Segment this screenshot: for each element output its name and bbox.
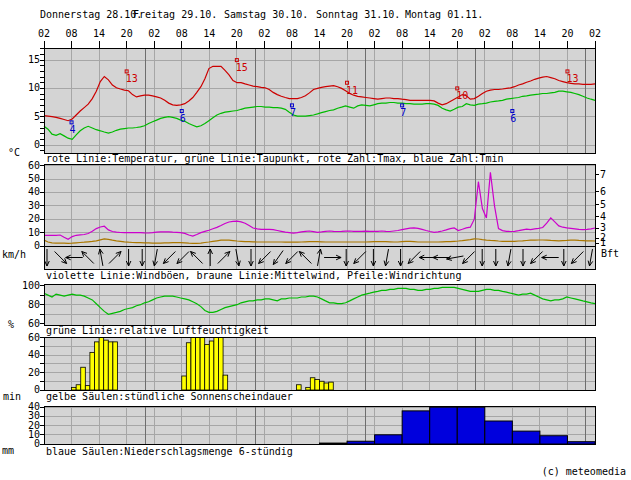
sunshine-bar bbox=[90, 352, 95, 390]
time-tick-label-0: 02 bbox=[34, 29, 54, 39]
time-tick-label-1: 08 bbox=[62, 29, 82, 39]
sunshine-bar bbox=[324, 383, 329, 390]
time-tick-label-14: 14 bbox=[420, 29, 440, 39]
sunshine-bar bbox=[113, 342, 118, 390]
tmin-value: 6 bbox=[180, 114, 186, 124]
time-tick-label-18: 14 bbox=[530, 29, 550, 39]
tmax-value: 13 bbox=[566, 74, 578, 84]
sunshine-unit-label: min bbox=[3, 392, 21, 402]
wind-ytick: 40 bbox=[14, 187, 40, 197]
wind-ytick: 20 bbox=[14, 214, 40, 224]
sunshine-ytick: 60 bbox=[14, 333, 40, 343]
day-label-0: Donnerstag 28.10. bbox=[40, 10, 142, 20]
sunshine-bar bbox=[315, 380, 320, 391]
copyright-text: (c) meteomedia bbox=[542, 466, 626, 477]
tmin-value: 6 bbox=[510, 114, 516, 124]
time-tick-label-17: 08 bbox=[502, 29, 522, 39]
temperature-ytick: 5 bbox=[14, 112, 40, 122]
day-label-1: Freitag 29.10. bbox=[133, 10, 217, 20]
time-tick-label-20: 02 bbox=[585, 29, 605, 39]
time-tick-label-7: 20 bbox=[227, 29, 247, 39]
sunshine-bar bbox=[209, 341, 214, 390]
sunshine-bar bbox=[218, 338, 223, 391]
sunshine-ytick: 40 bbox=[14, 350, 40, 360]
sunshine-bar bbox=[205, 345, 210, 391]
sunshine-bar bbox=[85, 386, 90, 390]
sunshine-bar bbox=[200, 338, 205, 391]
meteogram-page: 131511101346776Donnerstag 28.10.Freitag … bbox=[0, 0, 631, 480]
precipitation-bar bbox=[375, 435, 403, 444]
sunshine-ytick: 20 bbox=[14, 368, 40, 378]
tmin-value: 7 bbox=[290, 108, 296, 118]
sunshine-bar bbox=[99, 338, 104, 391]
time-tick-label-19: 20 bbox=[557, 29, 577, 39]
sunshine-bar bbox=[76, 385, 81, 390]
wind-ytick: 30 bbox=[14, 201, 40, 211]
sunshine-bar bbox=[104, 340, 109, 390]
day-label-4: Montag 01.11. bbox=[405, 10, 483, 20]
tmin-value: 4 bbox=[70, 125, 76, 135]
tmax-value: 11 bbox=[346, 86, 358, 96]
precipitation-bar bbox=[430, 407, 458, 444]
sunshine-bar bbox=[186, 343, 191, 390]
precipitation-caption: blaue Säulen:Niederschlagsmenge 6-stündi… bbox=[46, 447, 293, 457]
sunshine-bar bbox=[108, 342, 113, 390]
time-tick-label-10: 14 bbox=[310, 29, 330, 39]
time-tick-label-9: 08 bbox=[282, 29, 302, 39]
sunshine-caption: gelbe Säulen:stündliche Sonnenscheindaue… bbox=[46, 392, 293, 402]
humidity-caption: grüne Linie:relative Luftfeuchtigkeit bbox=[46, 326, 269, 336]
sunshine-bar bbox=[81, 367, 86, 390]
sunshine-bar bbox=[320, 381, 325, 390]
wind-ytick: 10 bbox=[14, 228, 40, 238]
time-tick-label-15: 20 bbox=[447, 29, 467, 39]
time-tick-label-4: 02 bbox=[144, 29, 164, 39]
precipitation-bar bbox=[347, 441, 375, 444]
bft-tick: 6 bbox=[600, 187, 606, 197]
wind-unit-left-label: km/h bbox=[2, 250, 26, 260]
sunshine-bar bbox=[297, 385, 302, 390]
day-label-2: Samstag 30.10. bbox=[224, 10, 308, 20]
temperature-ytick: 15 bbox=[14, 55, 40, 65]
day-label-3: Sonntag 31.10. bbox=[316, 10, 400, 20]
sunshine-bar bbox=[196, 338, 201, 391]
precipitation-unit-label: mm bbox=[2, 446, 14, 456]
time-tick-label-6: 14 bbox=[199, 29, 219, 39]
temperature-unit-label: °C bbox=[8, 148, 20, 158]
precipitation-bar bbox=[457, 407, 485, 444]
time-tick-label-13: 08 bbox=[392, 29, 412, 39]
bft-tick: 7 bbox=[600, 170, 606, 180]
tmin-value: 7 bbox=[400, 108, 406, 118]
precipitation-bar bbox=[402, 411, 430, 444]
sunshine-bar bbox=[191, 338, 196, 391]
time-tick-label-12: 02 bbox=[365, 29, 385, 39]
bft-tick: 5 bbox=[600, 200, 606, 210]
precipitation-bar bbox=[567, 442, 595, 444]
precipitation-bar bbox=[512, 431, 540, 444]
time-tick-label-8: 02 bbox=[254, 29, 274, 39]
wind-ytick: 50 bbox=[14, 174, 40, 184]
wind-caption: violette Linie:Windböen, braune Linie:Mi… bbox=[46, 271, 461, 281]
sunshine-bar bbox=[223, 375, 228, 390]
sunshine-bar bbox=[182, 376, 187, 390]
sunshine-bar bbox=[310, 378, 315, 390]
chart-canvas bbox=[0, 0, 631, 480]
sunshine-bar bbox=[95, 342, 100, 390]
humidity-ytick: 80 bbox=[14, 300, 40, 310]
temperature-caption: rote Linie:Temperatur, grüne Linie:Taupu… bbox=[46, 154, 504, 164]
precipitation-bar bbox=[540, 436, 568, 444]
time-tick-label-16: 02 bbox=[475, 29, 495, 39]
humidity-ytick: 60 bbox=[14, 319, 40, 329]
wind-ytick: 60 bbox=[14, 161, 40, 171]
time-tick-label-3: 20 bbox=[117, 29, 137, 39]
precipitation-bar bbox=[485, 421, 513, 444]
humidity-unit-label: % bbox=[8, 320, 14, 330]
temperature-ytick: 10 bbox=[14, 83, 40, 93]
time-tick-label-5: 08 bbox=[172, 29, 192, 39]
tmax-value: 13 bbox=[126, 74, 138, 84]
tmax-value: 15 bbox=[236, 63, 248, 73]
tmax-value: 10 bbox=[456, 91, 468, 101]
wind-unit-right-label: Bft bbox=[601, 249, 619, 259]
bft-tick: 4 bbox=[600, 212, 606, 222]
bft-tick: 1 bbox=[600, 238, 606, 248]
humidity-ytick: 100 bbox=[14, 281, 40, 291]
